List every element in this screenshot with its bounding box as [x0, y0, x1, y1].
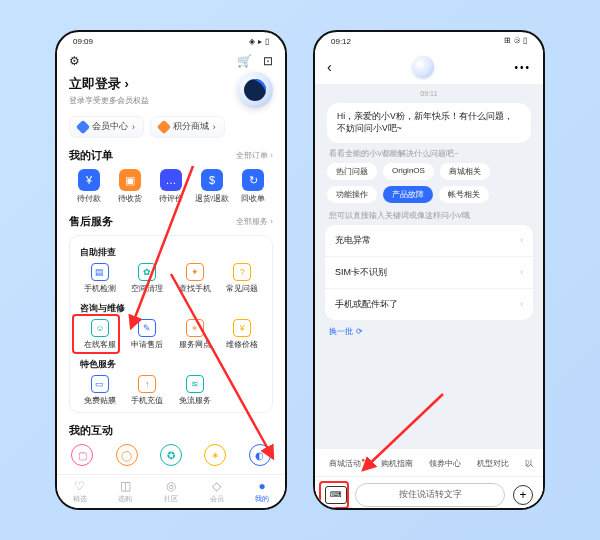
- category-chip[interactable]: 帐号相关: [439, 186, 489, 203]
- order-item[interactable]: $ 退货/退款: [194, 169, 230, 204]
- service-item[interactable]: ☺ 在线客服: [76, 319, 124, 350]
- service-label: 服务网点: [179, 340, 211, 350]
- service-item[interactable]: ? 常见问题: [219, 263, 267, 294]
- service-label: 维修价格: [226, 340, 258, 350]
- faq-item[interactable]: 手机或配件坏了›: [325, 289, 533, 320]
- order-item[interactable]: ¥ 待付款: [71, 169, 107, 204]
- service-label: 查找手机: [179, 284, 211, 294]
- order-item[interactable]: ▣ 待收货: [112, 169, 148, 204]
- service-icon: ✦: [186, 263, 204, 281]
- orders-more[interactable]: 全部订单 ›: [236, 150, 273, 161]
- service-icon: ↑: [138, 375, 156, 393]
- quick-tab[interactable]: 商城活动●: [329, 459, 365, 468]
- interact-title: 我的互动: [69, 423, 113, 438]
- nav-item[interactable]: ◎ 社区: [164, 479, 178, 504]
- bot-avatar-icon: [412, 56, 434, 78]
- status-time: 09:12: [331, 37, 351, 46]
- order-item[interactable]: … 待评价: [153, 169, 189, 204]
- nav-item[interactable]: ♡ 精选: [73, 479, 87, 504]
- refresh-batch[interactable]: 换一批⟳: [329, 326, 529, 337]
- status-bar: 09:09 ◈▸▯: [57, 32, 285, 50]
- interact-scroll[interactable]: ▢ ◯ ✪ ✶ ◐: [69, 444, 273, 468]
- order-icon: ▣: [119, 169, 141, 191]
- avatar[interactable]: [237, 72, 273, 108]
- pill-member-center[interactable]: 会员中心 ›: [69, 116, 144, 138]
- message-icon[interactable]: ⊡: [263, 54, 273, 68]
- hold-to-speak-button[interactable]: 按住说话转文字: [355, 483, 505, 507]
- status-icons: ⊞⧁▯: [501, 36, 527, 46]
- service-item[interactable]: ✿ 空间清理: [124, 263, 172, 294]
- chevron-right-icon: ›: [520, 267, 523, 277]
- order-item[interactable]: ↻ 回收单: [235, 169, 271, 204]
- service-icon: ✿: [138, 263, 156, 281]
- repair-title: 咨询与维修: [80, 302, 266, 315]
- nav-icon: ●: [259, 479, 266, 493]
- nav-item[interactable]: ◫ 选购: [118, 479, 132, 504]
- order-label: 待付款: [77, 194, 101, 204]
- interact-icon[interactable]: ◯: [116, 444, 138, 466]
- service-icon: ¥: [233, 319, 251, 337]
- nav-label: 会员: [210, 494, 224, 504]
- quick-tab[interactable]: 购机指南: [381, 459, 413, 468]
- diamond-icon: [157, 120, 171, 134]
- category-chip[interactable]: 热门问题: [327, 163, 377, 180]
- phone-right: 09:12 ⊞⧁▯ ‹ ••• 09:11 Hi，亲爱的小V粉，新年快乐！有什么…: [313, 30, 545, 510]
- service-item[interactable]: ✦ 查找手机: [171, 263, 219, 294]
- back-icon[interactable]: ‹: [327, 59, 332, 75]
- bottom-quick-tabs[interactable]: 商城活动●购机指南领券中心机型对比以: [315, 449, 543, 476]
- service-item[interactable]: ≋ 免流服务: [171, 375, 219, 406]
- quick-tab[interactable]: 领券中心: [429, 459, 461, 468]
- service-item[interactable]: ▭ 免费贴膜: [76, 375, 124, 406]
- service-label: 手机充值: [131, 396, 163, 406]
- chevron-right-icon: ›: [520, 299, 523, 309]
- order-label: 回收单: [241, 194, 265, 204]
- more-icon[interactable]: •••: [514, 62, 531, 73]
- interact-icon[interactable]: ▢: [71, 444, 93, 466]
- settings-icon[interactable]: ⚙: [69, 54, 80, 68]
- cart-icon[interactable]: 🛒: [237, 54, 252, 68]
- service-item[interactable]: ✎ 申请售后: [124, 319, 172, 350]
- service-item[interactable]: ↑ 手机充值: [124, 375, 172, 406]
- feature-title: 特色服务: [80, 358, 266, 371]
- category-chip[interactable]: 商城相关: [440, 163, 490, 180]
- nav-item[interactable]: ● 我的: [255, 479, 269, 504]
- nav-label: 选购: [118, 494, 132, 504]
- aftersale-more[interactable]: 全部服务 ›: [236, 216, 273, 227]
- category-help-text: 看看全能的小V都能解决什么问题吧~: [329, 149, 529, 159]
- faq-item[interactable]: 充电异常›: [325, 225, 533, 257]
- diamond-icon: [76, 120, 90, 134]
- category-chip[interactable]: OriginOS: [383, 163, 434, 180]
- login-title[interactable]: 立即登录 ›: [69, 75, 149, 93]
- plus-icon[interactable]: +: [513, 485, 533, 505]
- service-label: 手机检测: [84, 284, 116, 294]
- interact-icon[interactable]: ◐: [249, 444, 271, 466]
- category-chip[interactable]: 功能操作: [327, 186, 377, 203]
- nav-label: 精选: [73, 494, 87, 504]
- selfcheck-title: 自助排查: [80, 246, 266, 259]
- service-item[interactable]: ⌖ 服务网点: [171, 319, 219, 350]
- category-chip[interactable]: 产品故障: [383, 186, 433, 203]
- service-label: 常见问题: [226, 284, 258, 294]
- service-icon: ≋: [186, 375, 204, 393]
- chevron-right-icon: ›: [520, 235, 523, 245]
- keyboard-toggle-icon[interactable]: ⌨: [325, 486, 347, 504]
- status-icons: ◈▸▯: [246, 37, 269, 46]
- interact-icon[interactable]: ✪: [160, 444, 182, 466]
- pill-points-mall[interactable]: 积分商城 ›: [150, 116, 225, 138]
- nav-item[interactable]: ◇ 会员: [210, 479, 224, 504]
- service-item[interactable]: ¥ 维修价格: [219, 319, 267, 350]
- order-icon: $: [201, 169, 223, 191]
- service-item[interactable]: ▤ 手机检测: [76, 263, 124, 294]
- quick-tab[interactable]: 以: [525, 459, 533, 468]
- service-icon: ?: [233, 263, 251, 281]
- status-time: 09:09: [73, 37, 93, 46]
- service-label: 申请售后: [131, 340, 163, 350]
- faq-item[interactable]: SIM卡不识别›: [325, 257, 533, 289]
- quick-tab[interactable]: 机型对比: [477, 459, 509, 468]
- order-icon: ↻: [242, 169, 264, 191]
- aftersale-card: 自助排查 ▤ 手机检测 ✿ 空间清理 ✦ 查找手机 ? 常见问题 咨询与维修 ☺…: [69, 235, 273, 413]
- service-icon: ✎: [138, 319, 156, 337]
- order-icon: ¥: [78, 169, 100, 191]
- interact-icon[interactable]: ✶: [204, 444, 226, 466]
- login-subtitle: 登录享受更多会员权益: [69, 95, 149, 106]
